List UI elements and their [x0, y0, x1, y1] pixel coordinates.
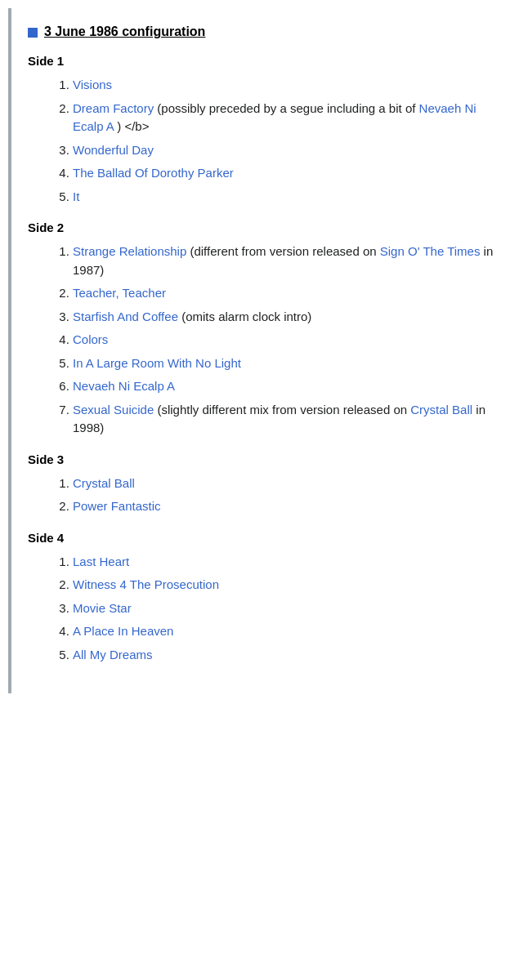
list-item: Teacher, Teacher: [73, 284, 495, 303]
track-link-crystal-ball[interactable]: Crystal Ball: [73, 476, 135, 490]
list-item: Dream Factory (possibly preceded by a se…: [73, 100, 495, 136]
note-text: (different from version released on: [190, 244, 379, 258]
track-link-strange-relationship[interactable]: Strange Relationship: [73, 244, 186, 258]
note-text-2: ) </b>: [117, 119, 149, 133]
list-item: All My Dreams: [73, 646, 495, 665]
page-container: 3 June 1986 configuration Side 1 Visions…: [8, 8, 520, 693]
list-item: Nevaeh Ni Ecalp A: [73, 377, 495, 396]
side-2-heading: Side 2: [28, 220, 495, 234]
track-link-witness[interactable]: Witness 4 The Prosecution: [73, 577, 219, 591]
section-heading: 3 June 1986 configuration: [28, 24, 495, 39]
track-link-dream-factory[interactable]: Dream Factory: [73, 101, 154, 115]
list-item: The Ballad Of Dorothy Parker: [73, 164, 495, 183]
list-item: Sexual Suicide (slightly different mix f…: [73, 401, 495, 438]
side-4-heading: Side 4: [28, 531, 495, 545]
list-item: Last Heart: [73, 553, 495, 572]
track-link-starfish[interactable]: Starfish And Coffee: [73, 310, 178, 323]
side-4-list: Last Heart Witness 4 The Prosecution Mov…: [73, 553, 495, 665]
note-text: (omits alarm clock intro): [181, 310, 311, 323]
side-3-list: Crystal Ball Power Fantastic: [73, 474, 495, 516]
side-1-heading: Side 1: [28, 54, 495, 68]
list-item: In A Large Room With No Light: [73, 354, 495, 373]
list-item: Visions: [73, 76, 495, 95]
track-link-all-my-dreams[interactable]: All My Dreams: [73, 648, 153, 662]
track-link-colors[interactable]: Colors: [73, 332, 108, 346]
list-item: Colors: [73, 331, 495, 350]
heading-icon: [28, 28, 38, 38]
note-text: (possibly preceded by a segue including …: [157, 101, 418, 115]
track-link-movie-star[interactable]: Movie Star: [73, 601, 132, 615]
list-item: Strange Relationship (different from ver…: [73, 243, 495, 279]
side-2-list: Strange Relationship (different from ver…: [73, 243, 495, 438]
list-item: Wonderful Day: [73, 141, 495, 160]
track-link-wonderful-day[interactable]: Wonderful Day: [73, 143, 154, 157]
list-item: Crystal Ball: [73, 474, 495, 493]
track-link-last-heart[interactable]: Last Heart: [73, 555, 129, 568]
list-item: Movie Star: [73, 599, 495, 618]
track-link-ballad[interactable]: The Ballad Of Dorothy Parker: [73, 166, 234, 180]
track-link-nevaeh-2[interactable]: Nevaeh Ni Ecalp A: [73, 379, 175, 393]
note-text: (slightly different mix from version rel…: [157, 403, 410, 416]
list-item: Power Fantastic: [73, 497, 495, 516]
list-item: Witness 4 The Prosecution: [73, 576, 495, 595]
list-item: It: [73, 188, 495, 207]
side-3-heading: Side 3: [28, 452, 495, 466]
list-item: A Place In Heaven: [73, 622, 495, 641]
track-link-it[interactable]: It: [73, 189, 79, 203]
track-link-large-room[interactable]: In A Large Room With No Light: [73, 356, 241, 370]
track-link-place-in-heaven[interactable]: A Place In Heaven: [73, 624, 173, 638]
inner-link-crystal-ball[interactable]: Crystal Ball: [410, 403, 472, 416]
track-link-visions[interactable]: Visions: [73, 78, 112, 91]
track-link-teacher-teacher[interactable]: Teacher, Teacher: [73, 286, 166, 300]
track-link-sexual-suicide[interactable]: Sexual Suicide: [73, 403, 154, 416]
list-item: Starfish And Coffee (omits alarm clock i…: [73, 308, 495, 327]
track-link-power-fantastic[interactable]: Power Fantastic: [73, 499, 161, 513]
inner-link-sign-o-times[interactable]: Sign O' The Times: [380, 244, 481, 258]
section-title: 3 June 1986 configuration: [44, 24, 205, 39]
side-1-list: Visions Dream Factory (possibly preceded…: [73, 76, 495, 206]
